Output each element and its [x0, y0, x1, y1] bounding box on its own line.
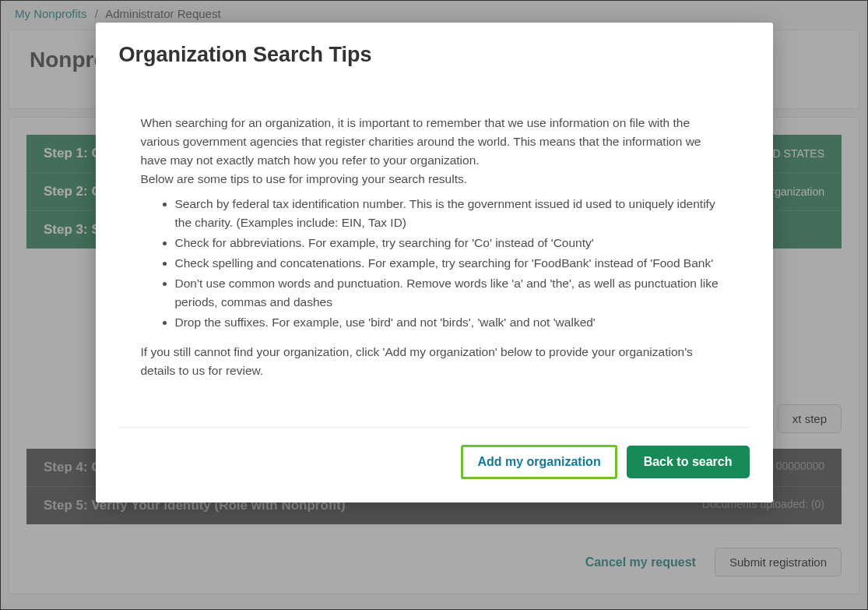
modal-intro-1: When searching for an organization, it i…: [141, 114, 728, 170]
modal-intro-2: Below are some tips to use for improving…: [141, 170, 728, 189]
modal-tip-item: Don't use common words and punctuation. …: [175, 274, 728, 312]
modal-tips-list: Search by federal tax identification num…: [141, 195, 728, 332]
modal-divider: [119, 427, 750, 428]
modal-outro: If you still cannot find your organizati…: [141, 343, 728, 380]
modal-tip-item: Drop the suffixes. For example, use 'bir…: [175, 313, 728, 332]
modal-tip-item: Check spelling and concatenations. For e…: [175, 254, 728, 273]
modal-tip-item: Check for abbreviations. For example, tr…: [175, 234, 728, 252]
search-tips-modal: Organization Search Tips When searching …: [96, 23, 773, 502]
modal-title: Organization Search Tips: [119, 43, 750, 67]
modal-body: When searching for an organization, it i…: [119, 114, 750, 380]
modal-tip-item: Search by federal tax identification num…: [175, 195, 728, 232]
modal-actions: Add my organization Back to search: [119, 445, 750, 479]
back-to-search-button[interactable]: Back to search: [627, 446, 750, 478]
add-my-organization-button[interactable]: Add my organization: [461, 445, 617, 479]
modal-overlay[interactable]: Organization Search Tips When searching …: [1, 1, 867, 609]
